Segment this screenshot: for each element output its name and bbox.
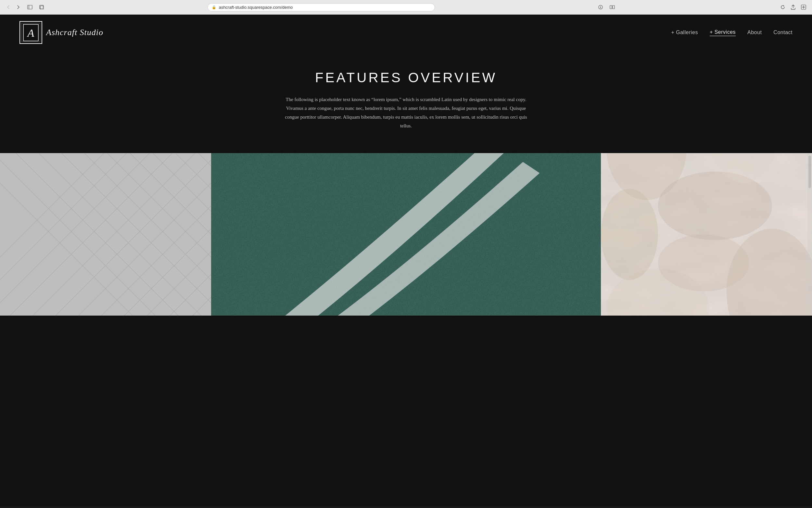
- road-pattern: [211, 153, 601, 315]
- site-logo[interactable]: A Ashcraft Studio: [19, 21, 103, 44]
- add-bookmark-button[interactable]: [799, 3, 808, 12]
- nav-services[interactable]: + Services: [710, 29, 736, 36]
- svg-rect-44: [211, 153, 601, 315]
- site-nav: + Galleries + Services About Contact: [671, 29, 793, 36]
- share-button[interactable]: [789, 3, 798, 12]
- svg-rect-12: [23, 25, 38, 41]
- marble-pattern: [601, 153, 812, 315]
- nav-contact[interactable]: Contact: [773, 30, 793, 35]
- browser-toolbar: 🔒 ashcraft-studio.squarespace.com/demo: [0, 0, 812, 14]
- security-icon: 🔒: [212, 5, 216, 9]
- logo-text: Ashcraft Studio: [46, 28, 103, 37]
- svg-rect-8: [613, 5, 615, 9]
- site-header: A Ashcraft Studio + Galleries + Services…: [0, 15, 812, 50]
- info-button[interactable]: [596, 3, 605, 12]
- svg-rect-54: [601, 153, 812, 315]
- reload-button[interactable]: [778, 3, 787, 12]
- url-display: ashcraft-studio.squarespace.com/demo: [219, 5, 293, 10]
- scroll-thumb[interactable]: [808, 156, 811, 188]
- address-bar[interactable]: 🔒 ashcraft-studio.squarespace.com/demo: [207, 3, 435, 11]
- forward-button[interactable]: [14, 3, 23, 12]
- nav-galleries[interactable]: + Galleries: [671, 30, 698, 35]
- browser-nav-group: [4, 3, 23, 12]
- gallery-panel-left: [0, 153, 211, 315]
- scroll-indicator[interactable]: [807, 153, 812, 315]
- sidebar-button[interactable]: [25, 3, 35, 12]
- new-tab-button[interactable]: [37, 3, 46, 12]
- svg-rect-40: [0, 153, 211, 315]
- page-wrapper: A Ashcraft Studio + Galleries + Services…: [0, 15, 812, 506]
- nav-about[interactable]: About: [747, 30, 762, 35]
- back-button[interactable]: [4, 3, 13, 12]
- svg-rect-7: [610, 5, 612, 9]
- svg-text:A: A: [27, 27, 35, 39]
- hero-section: FEATURES OVERVIEW The following is place…: [0, 50, 812, 153]
- gallery-panel-center: [211, 153, 601, 315]
- gallery-section: [0, 153, 812, 315]
- hero-description: The following is placeholder text known …: [283, 95, 529, 130]
- gallery-panel-right: [601, 153, 812, 315]
- svg-point-6: [601, 6, 601, 6]
- browser-actions: [778, 3, 808, 12]
- logo-mark: A: [19, 21, 42, 44]
- browser-chrome: 🔒 ashcraft-studio.squarespace.com/demo: [0, 0, 812, 15]
- svg-rect-0: [28, 5, 32, 9]
- lattice-pattern: [0, 153, 211, 315]
- reader-button[interactable]: [608, 3, 617, 12]
- hero-title: FEATURES OVERVIEW: [13, 70, 799, 85]
